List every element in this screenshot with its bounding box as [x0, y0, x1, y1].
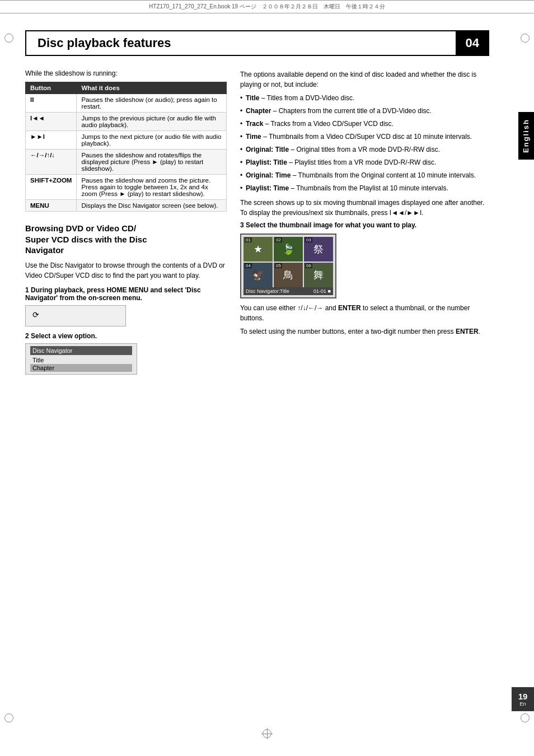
corner-tl — [4, 34, 17, 46]
disc-navigator-menu: Disc Navigator Title Chapter — [25, 343, 137, 375]
bullet-item: Original: Time – Thumbnails from the Ori… — [240, 170, 489, 180]
page-wrapper: English 19 En HTZ170_171_270_272_En.book… — [0, 0, 534, 756]
thumbnails-intro: The screen shows up to six moving thumbn… — [240, 198, 489, 218]
corner-bl — [4, 710, 17, 722]
table-header-what: What it does — [77, 82, 227, 94]
thumb-caption-left: Disc Navigator:Title — [246, 288, 289, 294]
chapter-tab: English — [518, 112, 534, 160]
thumbnail-grid-inner: 01★02🍃03祭04🦅05鳥06舞 — [243, 237, 333, 287]
table-row-button: ←/→/↑/↓ — [26, 150, 77, 175]
thumbnail-cell[interactable]: 06舞 — [304, 263, 333, 287]
chapter-number: 04 — [456, 30, 489, 56]
options-intro: The options available depend on the kind… — [240, 69, 489, 90]
step2-label: 2 Select a view option. — [25, 332, 227, 340]
step3-label: 3 Select the thumbnail image for what yo… — [240, 221, 489, 229]
right-column: The options available depend on the kind… — [240, 69, 489, 381]
feature-table: Button What it does IIPauses the slidesh… — [25, 82, 227, 212]
subsection-title: Browsing DVD or Video CD/Super VCD discs… — [25, 223, 227, 256]
table-row-button: ►►I — [26, 131, 77, 150]
slideshow-intro-text: While the slideshow is running: — [25, 69, 227, 77]
thumbnail-cell[interactable]: 03祭 — [304, 237, 333, 262]
table-row-button: MENU — [26, 200, 77, 212]
nav-item-chapter[interactable]: Chapter — [30, 364, 132, 372]
content-area: Disc playback features 04 While the slid… — [0, 19, 517, 387]
section-title-box: Disc playback features — [25, 30, 456, 56]
menu-icon-mock: ⟳ — [25, 305, 126, 326]
bullet-item: Time – Thumbnails from a Video CD/Super … — [240, 132, 489, 142]
subsection-body: Use the Disc Navigator to browse through… — [25, 260, 227, 281]
bullet-item: Chapter – Chapters from the current titl… — [240, 106, 489, 116]
thumbnail-caption: Disc Navigator:Title 01-01 ■ — [243, 287, 333, 295]
page-number-tab: 19 En — [512, 687, 534, 711]
table-row-desc: Pauses the slideshow (or audio); press a… — [77, 94, 227, 113]
table-row-desc: Jumps to the next picture (or audio file… — [77, 131, 227, 150]
bullet-item: Title – Titles from a DVD-Video disc. — [240, 93, 489, 103]
nav-header: Disc Navigator — [30, 346, 132, 355]
thumbnail-cell[interactable]: 04🦅 — [243, 263, 273, 287]
thumb-caption-right: 01-01 ■ — [313, 288, 331, 294]
nav-item-title[interactable]: Title — [30, 356, 132, 364]
options-list: Title – Titles from a DVD-Video disc.Cha… — [240, 93, 489, 193]
page-title: Disc playback features — [38, 36, 171, 50]
thumbnail-cell[interactable]: 02🍃 — [274, 237, 303, 262]
corner-tr — [517, 34, 530, 46]
thumbnail-cell[interactable]: 01★ — [243, 237, 273, 262]
bullet-item: Original: Title – Original titles from a… — [240, 144, 489, 155]
table-header-button: Button — [26, 82, 77, 94]
section-header: Disc playback features 04 — [25, 30, 489, 56]
bullet-item: Playlist: Title – Playlist titles from a… — [240, 157, 489, 167]
bullet-item: Track – Tracks from a Video CD/Super VCD… — [240, 119, 489, 129]
two-column-layout: While the slideshow is running: Button W… — [25, 69, 489, 381]
left-column: While the slideshow is running: Button W… — [25, 69, 227, 381]
bottom-bar — [0, 728, 534, 739]
bottom-crosshair — [261, 728, 273, 739]
table-row-desc: Pauses the slideshow and rotates/flips t… — [77, 150, 227, 175]
table-row-desc: Displays the Disc Navigator screen (see … — [77, 200, 227, 212]
select-text-1: You can use either ↑/↓/←/→ and ENTER to … — [240, 303, 489, 323]
thumbnail-cell[interactable]: 05鳥 — [274, 263, 303, 287]
select-text-2: To select using the number buttons, ente… — [240, 326, 489, 337]
table-row-desc: Jumps to the previous picture (or audio … — [77, 113, 227, 131]
bullet-item: Playlist: Time – Thumbnails from the Pla… — [240, 183, 489, 193]
table-row-button: I◄◄ — [26, 113, 77, 131]
table-row-desc: Pauses the slideshow and zooms the pictu… — [77, 175, 227, 200]
corner-br — [517, 710, 530, 722]
table-row-button: II — [26, 94, 77, 113]
step1-label: 1 During playback, press HOME MENU and s… — [25, 286, 227, 302]
home-menu-icon: ⟳ — [32, 310, 119, 319]
table-row-button: SHIFT+ZOOM — [26, 175, 77, 200]
thumbnail-grid: 01★02🍃03祭04🦅05鳥06舞 Disc Navigator:Title … — [240, 234, 336, 298]
print-bar: HTZ170_171_270_272_En.book 19 ページ ２００８年２… — [0, 0, 534, 13]
